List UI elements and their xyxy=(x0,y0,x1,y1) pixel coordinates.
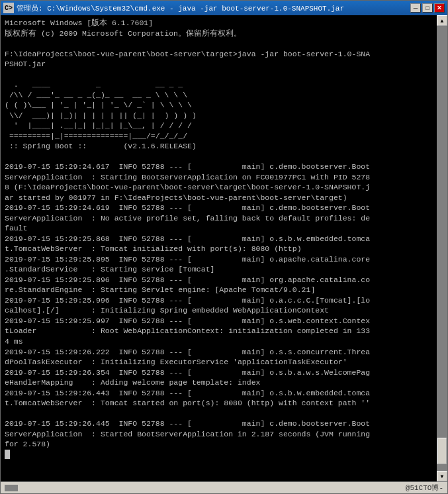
scrollbar-track[interactable] xyxy=(437,26,447,471)
window-title: 管理员: C:\Windows\System32\cmd.exe - java … xyxy=(17,3,344,13)
console-area: Microsoft Windows [版本 6.1.7601] 版权所有 (c)… xyxy=(1,15,447,481)
close-button[interactable]: ✕ xyxy=(434,3,445,13)
status-bar: @51CTO博- xyxy=(1,481,447,493)
window-controls: ─ □ ✕ xyxy=(410,3,445,13)
scroll-up-button[interactable]: ▲ xyxy=(437,15,447,26)
scrollbar-thumb[interactable] xyxy=(437,438,447,464)
scroll-down-button[interactable]: ▼ xyxy=(437,471,447,481)
title-bar: C> 管理员: C:\Windows\System32\cmd.exe - ja… xyxy=(1,1,447,15)
window: C> 管理员: C:\Windows\System32\cmd.exe - ja… xyxy=(0,0,448,494)
minimize-button[interactable]: ─ xyxy=(410,3,421,13)
status-indicator xyxy=(5,485,18,491)
watermark-text: @51CTO博- xyxy=(406,483,443,493)
cmd-icon: C> xyxy=(3,3,14,13)
scrollbar[interactable]: ▲ ▼ xyxy=(437,15,447,481)
cursor xyxy=(5,450,10,459)
console-output[interactable]: Microsoft Windows [版本 6.1.7601] 版权所有 (c)… xyxy=(1,15,437,481)
title-bar-left: C> 管理员: C:\Windows\System32\cmd.exe - ja… xyxy=(3,3,344,13)
maximize-button[interactable]: □ xyxy=(422,3,433,13)
